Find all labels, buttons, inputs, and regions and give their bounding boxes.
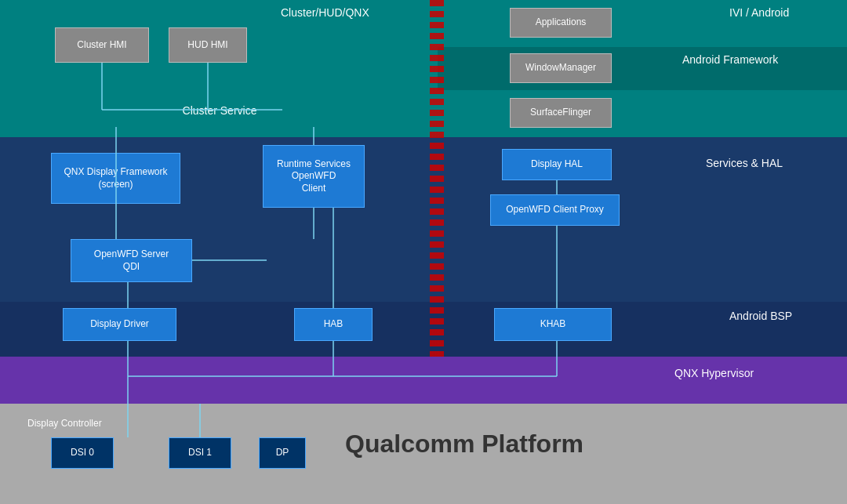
layer-android-fw: [438, 47, 847, 90]
hud-hmi-box: HUD HMI: [169, 27, 247, 63]
window-manager-box: WindowManager: [510, 53, 612, 83]
divider: [430, 0, 444, 357]
services-hal-label: Services & HAL: [706, 157, 783, 169]
openwfd-server-box: OpenWFD Server QDI: [71, 239, 192, 282]
applications-box: Applications: [510, 8, 612, 38]
android-bsp-label: Android BSP: [729, 310, 792, 322]
runtime-services-box: Runtime Services OpenWFD Client: [263, 145, 365, 208]
display-driver-box: Display Driver: [63, 308, 176, 341]
openwfd-client-proxy-box: OpenWFD Client Proxy: [490, 194, 620, 226]
display-hal-box: Display HAL: [502, 149, 612, 180]
dsi0-box: DSI 0: [51, 437, 114, 469]
cluster-hmi-box: Cluster HMI: [55, 27, 149, 63]
surface-flinger-box: SurfaceFlinger: [510, 98, 612, 128]
android-framework-label: Android Framework: [682, 53, 778, 66]
khab-box: KHAB: [494, 308, 612, 341]
ivi-android-label: IVI / Android: [729, 6, 789, 19]
display-controller-label: Display Controller: [27, 418, 102, 429]
qnx-display-fw-box: QNX Display Framework (screen): [51, 153, 180, 204]
qualcomm-label: Qualcomm Platform: [345, 430, 583, 459]
dsi1-box: DSI 1: [169, 437, 231, 469]
hypervisor-label: QNX Hypervisor: [674, 367, 754, 379]
architecture-diagram: Cluster/HUD/QNX IVI / Android Android Fr…: [0, 0, 847, 504]
hab-box: HAB: [294, 308, 373, 341]
cluster-hud-qnx-label: Cluster/HUD/QNX: [281, 6, 369, 19]
dp-box: DP: [259, 437, 306, 469]
layer-hypervisor: [0, 357, 847, 404]
cluster-service-label: Cluster Service: [141, 94, 298, 127]
